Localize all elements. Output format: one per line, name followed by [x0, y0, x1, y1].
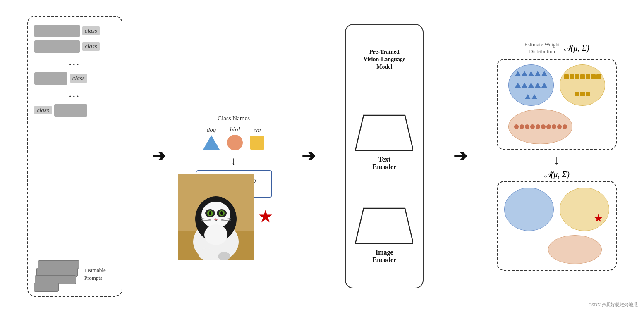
mini-triangle-icon — [541, 83, 547, 88]
mini-triangle-icon — [535, 71, 541, 76]
mini-triangle-icon — [515, 83, 521, 88]
prompt-row-3: class — [34, 72, 115, 85]
top-distribution-box — [497, 59, 617, 150]
blue-ellipse-top — [508, 64, 554, 106]
gray-bar — [34, 25, 80, 37]
mini-square-icon — [575, 92, 579, 96]
mini-circle-icon — [520, 124, 524, 129]
class-names-title: Class Names — [218, 115, 250, 122]
triangle-icon — [203, 135, 220, 150]
text-encoder-section: TextEncoder — [355, 113, 413, 171]
dog-label: dog — [207, 126, 216, 133]
mini-square-icon — [586, 74, 590, 79]
cat-image-section: ★ — [178, 174, 272, 260]
mini-triangle-icon — [528, 71, 534, 76]
class-label-2: class — [82, 42, 100, 51]
stack-bar-4 — [34, 283, 59, 292]
bird-shape-item: bird — [227, 126, 243, 150]
mini-triangle-icon — [525, 94, 531, 99]
dog-shape-item: dog — [203, 126, 220, 150]
top-ellipses-row — [508, 64, 605, 106]
vlm-title: Pre-TrainedVision-LanguageModel — [364, 48, 405, 71]
mini-square-icon — [564, 74, 569, 79]
svg-point-18 — [204, 224, 227, 245]
vlm-box: Pre-TrainedVision-LanguageModel TextEnco… — [345, 24, 424, 288]
dots-1: ... — [69, 58, 80, 67]
mini-circle-icon — [541, 124, 546, 129]
bottom-distribution-box: ★ — [497, 181, 617, 271]
math-label-top: 𝒩(μ, Σ) — [564, 43, 589, 53]
mini-square-icon — [575, 74, 579, 79]
diagram-container: class class ... class ... class — [0, 0, 644, 312]
right-col: Estimate WeightDistribution 𝒩(μ, Σ) — [497, 41, 617, 271]
orange-ellipse-top — [508, 109, 572, 144]
mini-circle-icon — [530, 124, 535, 129]
image-encoder-label: ImageEncoder — [373, 249, 397, 264]
arrow-2: ➔ — [302, 148, 316, 164]
mini-circle-icon — [563, 124, 567, 129]
bird-label: bird — [230, 126, 240, 133]
class-label-1: class — [82, 26, 100, 35]
prompt-row-2: class — [34, 40, 115, 53]
image-encoder-trapezoid — [355, 206, 413, 245]
yellow-ellipse-top — [560, 64, 605, 106]
mini-circle-icon — [525, 124, 529, 129]
cat-label: cat — [254, 127, 261, 134]
prompt-row-1: class — [34, 25, 115, 37]
arrow-down-between: ↓ — [553, 153, 560, 167]
mini-square-icon — [570, 74, 574, 79]
mini-square-icon — [580, 74, 585, 79]
mini-triangle-icon — [522, 71, 527, 76]
svg-marker-0 — [355, 115, 413, 150]
image-encoder-section: ImageEncoder — [355, 206, 413, 264]
mini-triangle-icon — [522, 83, 527, 88]
square-icon — [250, 136, 264, 150]
mini-square-icon — [596, 74, 601, 79]
mini-triangle-icon — [528, 83, 534, 88]
orange-bottom-row — [503, 235, 610, 264]
learnable-prompts-section: LearnablePrompts — [34, 260, 106, 288]
cat-image — [178, 174, 254, 260]
mini-square-icon — [586, 92, 590, 96]
mini-triangle-icon — [541, 71, 547, 76]
orange-ellipse-row — [503, 109, 611, 144]
mini-circle-icon — [557, 124, 562, 129]
learnable-prompts-label: LearnablePrompts — [84, 267, 106, 281]
math-label-bottom: 𝒩(μ, Σ) — [544, 170, 570, 179]
gray-bar — [34, 72, 67, 85]
cat-photo-svg — [178, 174, 254, 260]
mini-circle-icon — [514, 124, 519, 129]
svg-point-12 — [220, 211, 223, 215]
svg-point-11 — [209, 211, 211, 215]
arrow-3: ➔ — [453, 148, 467, 164]
mini-triangle-icon — [535, 83, 541, 88]
gray-bar — [34, 40, 80, 53]
svg-point-20 — [218, 252, 230, 260]
gray-bar — [54, 104, 87, 117]
bottom-ellipses-row: ★ — [504, 188, 609, 231]
prompt-row-4: class — [34, 104, 115, 117]
text-encoder-label: TextEncoder — [373, 156, 397, 171]
circle-icon — [227, 135, 243, 150]
estimate-section: Estimate WeightDistribution 𝒩(μ, Σ) — [497, 41, 617, 150]
text-encoder-trapezoid — [355, 113, 413, 152]
svg-point-19 — [199, 248, 215, 260]
dots-2: ... — [69, 90, 80, 99]
shapes-row: dog bird cat — [203, 126, 264, 150]
left-prompts-box: class class ... class ... class — [27, 16, 122, 297]
class-label-3: class — [70, 74, 87, 83]
bottom-label-row: 𝒩(μ, Σ) — [544, 170, 570, 179]
cat-shape-item: cat — [250, 127, 264, 150]
blue-ellipse-bottom — [504, 188, 554, 231]
mini-square-icon — [580, 92, 585, 96]
orange-ellipse-bottom — [548, 235, 602, 264]
mini-circle-icon — [552, 124, 556, 129]
estimate-title: Estimate WeightDistribution — [524, 41, 560, 55]
star-icon-bottom: ★ — [594, 212, 603, 225]
mini-square-icon — [591, 74, 596, 79]
mini-circle-icon — [546, 124, 551, 129]
svg-marker-1 — [355, 208, 413, 243]
watermark: CSDN @我好想吃烤地瓜 — [589, 302, 638, 308]
yellow-ellipse-with-star: ★ — [560, 188, 609, 231]
class-label-4: class — [34, 106, 52, 114]
